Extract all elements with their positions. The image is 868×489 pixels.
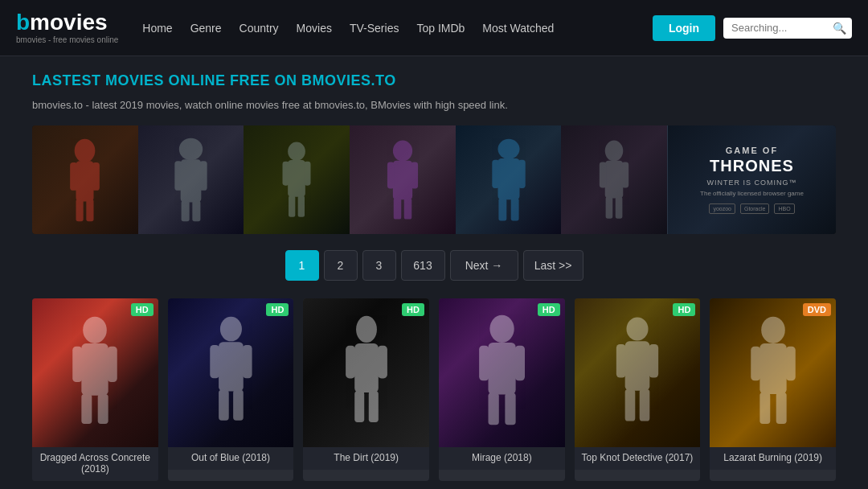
banner-ad-desc: The officially licensed browser game — [700, 190, 804, 198]
main-content: LASTEST MOVIES ONLINE FREE ON BMOVIES.TO… — [0, 56, 868, 489]
svg-rect-55 — [488, 343, 515, 394]
svg-rect-49 — [354, 343, 379, 392]
page-btn-last[interactable]: Last >> — [523, 250, 583, 281]
movie-title-4: Top Knot Detective (2017) — [575, 447, 701, 470]
logo[interactable]: bmovies bmovies - free movies online — [16, 11, 118, 44]
banner-char-4 — [350, 125, 456, 234]
svg-rect-39 — [108, 346, 117, 381]
banner-ad[interactable]: GAME OF THRONES WINTER IS COMING™ The of… — [667, 125, 836, 234]
svg-rect-71 — [776, 392, 786, 424]
svg-point-42 — [219, 317, 241, 342]
banner-char-2 — [138, 125, 244, 234]
nav-movies[interactable]: Movies — [297, 22, 332, 35]
svg-point-66 — [761, 316, 785, 343]
svg-point-0 — [75, 138, 96, 162]
movie-card-3[interactable]: HD Mirage (2018) — [439, 298, 565, 481]
login-button[interactable]: Login — [653, 15, 715, 41]
svg-point-12 — [288, 142, 305, 160]
banner-ad-subtitle: WINTER IS COMING™ — [707, 179, 797, 187]
nav-home[interactable]: Home — [142, 22, 172, 35]
nav-mostwatched[interactable]: Most Watched — [482, 22, 554, 35]
svg-rect-57 — [514, 345, 524, 380]
svg-rect-17 — [298, 195, 305, 217]
movie-poster-bg-1 — [168, 298, 294, 447]
page-btn-next[interactable]: Next → — [450, 250, 518, 281]
promo-banner[interactable]: GAME OF THRONES WINTER IS COMING™ The of… — [32, 125, 836, 234]
svg-rect-1 — [76, 161, 94, 201]
page-btn-3[interactable]: 3 — [362, 250, 396, 281]
movie-card-0[interactable]: HD Dragged Across Concrete (2018) — [32, 298, 158, 481]
svg-rect-27 — [518, 159, 525, 187]
page-btn-1[interactable]: 1 — [285, 250, 319, 281]
movie-poster-bg-0 — [32, 298, 158, 447]
svg-rect-47 — [233, 390, 244, 421]
nav-country[interactable]: Country — [240, 22, 279, 35]
svg-rect-51 — [378, 345, 387, 378]
svg-rect-32 — [600, 162, 607, 187]
svg-rect-63 — [649, 344, 658, 377]
nav-tvseries[interactable]: TV-Series — [350, 22, 399, 35]
search-icon[interactable]: 🔍 — [833, 22, 846, 35]
movie-card-1[interactable]: HD Out of Blue (2018) — [168, 298, 294, 481]
movie-poster-5: DVD — [710, 298, 836, 447]
banner-char-3 — [244, 125, 350, 234]
movie-poster-4: HD — [575, 298, 701, 447]
svg-rect-31 — [605, 160, 624, 198]
svg-point-60 — [626, 318, 648, 341]
svg-rect-3 — [92, 162, 100, 191]
search-box: 🔍 — [723, 18, 852, 39]
svg-rect-13 — [288, 160, 305, 197]
main-nav: Home Genre Country Movies TV-Series Top … — [142, 22, 653, 35]
movie-card-5[interactable]: DVD Lazarat Burning (2019) — [710, 298, 836, 481]
movie-badge-2: HD — [402, 303, 424, 316]
svg-rect-69 — [785, 346, 795, 380]
svg-rect-56 — [479, 345, 489, 380]
svg-rect-29 — [510, 198, 518, 220]
movie-card-2[interactable]: HD The Dirt (2019) — [303, 298, 429, 481]
logo-text: bmovies — [16, 11, 118, 34]
movie-card-4[interactable]: HD Top Knot Detective (2017) — [575, 298, 701, 481]
svg-rect-59 — [505, 392, 515, 425]
svg-rect-44 — [210, 345, 219, 378]
movie-poster-bg-2 — [303, 298, 429, 447]
movie-title-5: Lazarat Burning (2019) — [710, 447, 836, 470]
header-right: Login 🔍 — [653, 15, 852, 41]
svg-rect-10 — [182, 200, 190, 221]
svg-rect-22 — [394, 198, 402, 219]
movie-poster-1: HD — [168, 298, 294, 447]
svg-rect-53 — [368, 391, 378, 422]
svg-rect-68 — [751, 346, 760, 380]
svg-point-6 — [179, 138, 203, 160]
page-btn-613[interactable]: 613 — [401, 250, 445, 281]
search-input[interactable] — [731, 22, 828, 34]
svg-rect-11 — [192, 200, 200, 221]
svg-rect-37 — [82, 343, 108, 396]
site-header: bmovies bmovies - free movies online Hom… — [0, 0, 868, 56]
svg-rect-5 — [87, 199, 94, 221]
movie-title-3: Mirage (2018) — [439, 447, 565, 470]
svg-rect-33 — [622, 162, 629, 187]
svg-rect-65 — [640, 389, 650, 421]
banner-char-1 — [32, 125, 138, 234]
svg-rect-52 — [354, 391, 364, 422]
nav-genre[interactable]: Genre — [190, 22, 222, 35]
svg-rect-26 — [492, 159, 499, 187]
svg-rect-38 — [73, 346, 83, 381]
svg-rect-46 — [219, 390, 229, 421]
svg-rect-20 — [387, 162, 395, 188]
svg-rect-70 — [760, 392, 770, 424]
svg-rect-40 — [82, 393, 92, 423]
svg-rect-14 — [283, 161, 289, 185]
banner-ad-logo-1: yoozoo — [709, 203, 735, 214]
movie-title-1: Out of Blue (2018) — [168, 447, 294, 470]
page-title: LASTEST MOVIES ONLINE FREE ON BMOVIES.TO — [32, 72, 836, 89]
nav-topimdb[interactable]: Top IMDb — [416, 22, 465, 35]
svg-rect-64 — [625, 389, 636, 421]
svg-rect-25 — [497, 158, 519, 199]
movie-poster-2: HD — [303, 298, 429, 447]
movie-badge-1: HD — [266, 303, 289, 316]
svg-rect-34 — [606, 196, 613, 218]
logo-b: b — [16, 10, 30, 35]
page-btn-2[interactable]: 2 — [324, 250, 358, 281]
svg-rect-45 — [242, 345, 252, 378]
